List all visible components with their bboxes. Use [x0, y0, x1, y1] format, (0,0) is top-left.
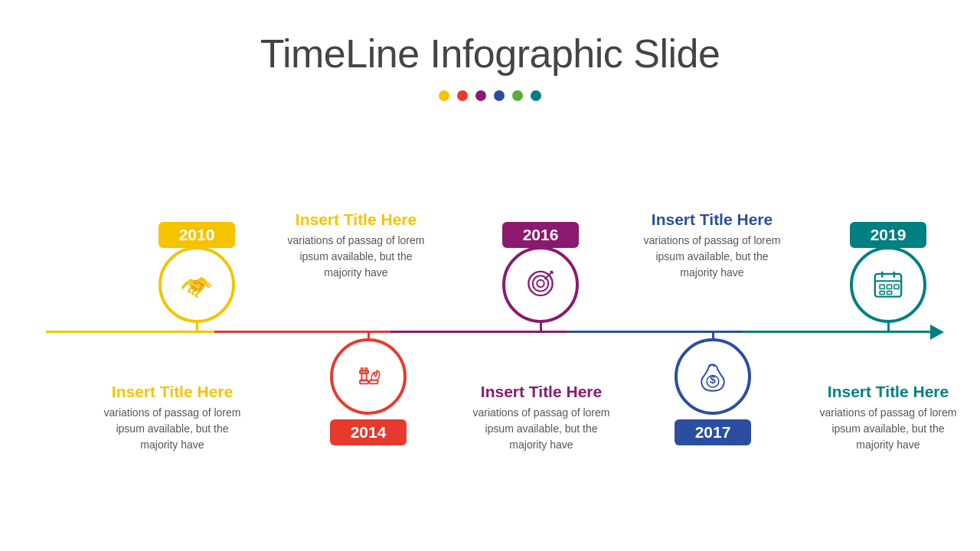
- circle-2017: $: [675, 338, 751, 415]
- svg-rect-17: [880, 292, 884, 295]
- slide: TimeLine Infographic Slide: [0, 0, 980, 551]
- text-block-2010-bottom: Insert Title Here variations of passag o…: [100, 383, 245, 453]
- insert-title-2016-right: Insert Title Here: [639, 210, 785, 229]
- calendar-icon: [869, 266, 907, 304]
- svg-point-6: [537, 280, 544, 287]
- year-badge-2019: 2019: [850, 222, 926, 248]
- svg-rect-18: [887, 292, 891, 295]
- dot-4: [494, 90, 505, 101]
- connector-2014: [368, 331, 370, 340]
- insert-title-2010-bottom: Insert Title Here: [100, 383, 245, 401]
- timeline-segment-2: [214, 331, 390, 333]
- dot-1: [439, 90, 449, 101]
- dot-3: [475, 90, 486, 101]
- insert-title-2014-bottom: Insert Title Here: [469, 383, 614, 401]
- svg-rect-15: [887, 285, 891, 289]
- target-icon: [521, 266, 560, 304]
- timeline-arrow: [930, 324, 944, 340]
- desc-2014-bottom: variations of passag of lorem ipsum avai…: [469, 405, 614, 453]
- text-block-2014-bottom: Insert Title Here variations of passag o…: [469, 383, 614, 453]
- dot-6: [531, 90, 541, 101]
- year-badge-2016: 2016: [502, 222, 579, 248]
- dot-5: [512, 90, 523, 101]
- text-block-2016-right: Insert Title Here variations of passag o…: [639, 210, 785, 281]
- text-block-2010-right: Insert Title Here variations of passag o…: [283, 210, 429, 281]
- text-block-2019-bottom: Insert Title Here variations of passag o…: [815, 383, 961, 453]
- circle-2010: 🤝: [158, 246, 235, 323]
- svg-rect-14: [880, 285, 884, 289]
- desc-2019-bottom: variations of passag of lorem ipsum avai…: [815, 405, 961, 453]
- circle-2016: [502, 246, 579, 323]
- dots-row: [0, 90, 980, 101]
- node-2014: [330, 338, 407, 415]
- connector-2017: [712, 331, 714, 340]
- connector-2016: [540, 323, 542, 332]
- year-badge-2017: 2017: [675, 419, 751, 445]
- circle-2019: [850, 246, 926, 323]
- desc-2010-bottom: variations of passag of lorem ipsum avai…: [100, 405, 245, 453]
- dot-2: [457, 90, 468, 101]
- connector-2019: [887, 323, 890, 332]
- svg-point-25: [376, 372, 377, 373]
- money-bag-icon: $: [694, 357, 732, 396]
- year-badge-2014: 2014: [330, 419, 407, 445]
- insert-title-2019-bottom: Insert Title Here: [815, 383, 961, 401]
- insert-title-2010-right: Insert Title Here: [283, 210, 429, 229]
- year-badge-2010: 2010: [158, 222, 235, 248]
- timeline-segment-5: [743, 331, 934, 333]
- svg-rect-16: [894, 285, 899, 289]
- svg-rect-23: [365, 368, 367, 371]
- svg-text:🤝: 🤝: [187, 275, 208, 295]
- circle-2014: [330, 338, 407, 415]
- slide-title: TimeLine Infographic Slide: [0, 0, 980, 77]
- timeline-segment-4: [567, 331, 743, 333]
- svg-point-2: [195, 295, 198, 298]
- node-2016: [502, 246, 579, 323]
- timeline-segment-1: [46, 331, 214, 333]
- connector-2010: [196, 323, 198, 332]
- desc-2016-right: variations of passag of lorem ipsum avai…: [639, 233, 785, 281]
- node-2010: 🤝: [158, 246, 235, 323]
- handshake-icon: 🤝: [178, 266, 216, 304]
- chess-icon: [349, 357, 387, 396]
- node-2017: $: [675, 338, 751, 415]
- svg-rect-22: [361, 368, 363, 371]
- node-2019: [850, 246, 926, 323]
- desc-2010-right: variations of passag of lorem ipsum avai…: [283, 233, 429, 281]
